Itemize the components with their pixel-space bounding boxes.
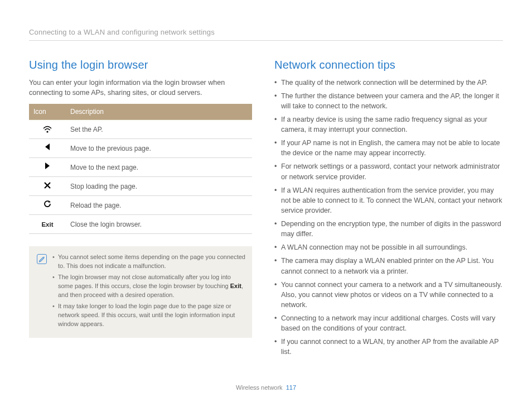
icon-description-table: Icon Description Set the AP. Move to the… (29, 104, 252, 234)
row-desc: Move to the previous page. (66, 139, 252, 158)
login-browser-intro: You can enter your login information via… (29, 78, 252, 99)
wifi-icon (29, 120, 66, 139)
note-list: You cannot select some items depending o… (52, 253, 245, 331)
svg-marker-1 (45, 143, 50, 150)
footer-section: Wireless network (236, 384, 283, 391)
network-tips-heading: Network connection tips (274, 56, 503, 73)
forward-icon (29, 158, 66, 177)
note-icon (37, 254, 47, 264)
stop-icon (29, 177, 66, 196)
row-desc: Close the login browser. (66, 215, 252, 234)
svg-line-6 (43, 257, 45, 258)
tip-item: The further the distance between your ca… (274, 91, 503, 111)
note-item: You cannot select some items depending o… (52, 253, 245, 271)
note-text: The login browser may not close automati… (58, 274, 231, 289)
tip-item: For network settings or a password, cont… (274, 161, 503, 181)
breadcrumb: Connecting to a WLAN and configuring net… (29, 27, 503, 38)
tip-item: If your AP name is not in English, the c… (274, 138, 503, 158)
tip-item: If a nearby device is using the same rad… (274, 114, 503, 135)
table-row: Reload the page. (29, 196, 252, 215)
svg-marker-5 (49, 200, 51, 203)
tip-item: The camera may display a WLAN enabled pr… (274, 256, 503, 276)
row-desc: Reload the page. (66, 196, 252, 215)
tip-item: If a WLAN requires authentication from t… (274, 185, 503, 216)
row-desc: Move to the next page. (66, 158, 252, 177)
exit-label: Exit (29, 215, 66, 234)
table-row: Set the AP. (29, 120, 252, 139)
right-column: Network connection tips The quality of t… (274, 56, 503, 361)
two-column-layout: Using the login browser You can enter yo… (29, 56, 503, 361)
table-row: Stop loading the page. (29, 177, 252, 196)
tip-item: The quality of the network connection wi… (274, 78, 503, 88)
tip-item: A WLAN connection may not be possible in… (274, 242, 503, 252)
tips-list: The quality of the network connection wi… (274, 78, 503, 357)
note-item: It may take longer to load the login pag… (52, 302, 245, 329)
row-desc: Stop loading the page. (66, 177, 252, 196)
reload-icon (29, 196, 66, 215)
note-item: The login browser may not close automati… (52, 273, 245, 300)
th-icon: Icon (29, 104, 66, 120)
th-description: Description (66, 104, 252, 120)
svg-marker-2 (45, 162, 50, 169)
page-number: 117 (286, 384, 296, 391)
svg-point-0 (46, 131, 48, 133)
tip-item: You cannot connect your camera to a netw… (274, 280, 503, 310)
left-column: Using the login browser You can enter yo… (29, 56, 252, 361)
page-footer: Wireless network 117 (0, 383, 532, 393)
back-icon (29, 139, 66, 158)
login-browser-heading: Using the login browser (29, 56, 252, 73)
tip-item: Connecting to a network may incur additi… (274, 313, 503, 333)
table-row: Move to the next page. (29, 158, 252, 177)
row-desc: Set the AP. (66, 120, 252, 139)
table-row: Move to the previous page. (29, 139, 252, 158)
note-box: You cannot select some items depending o… (29, 246, 252, 338)
exit-inline: Exit (230, 283, 241, 289)
tip-item: If you cannot connect to a WLAN, try ano… (274, 337, 503, 357)
tip-item: Depending on the encryption type, the nu… (274, 219, 503, 239)
table-row: Exit Close the login browser. (29, 215, 252, 234)
divider (29, 40, 503, 41)
